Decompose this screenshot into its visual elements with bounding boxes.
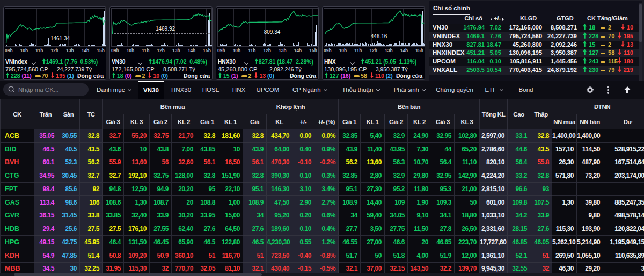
svg-text:446.16: 446.16 xyxy=(371,33,387,39)
svg-text:1469.92: 1469.92 xyxy=(156,26,175,32)
svg-text:1461.34: 1461.34 xyxy=(50,35,70,41)
svg-text:809.34: 809.34 xyxy=(264,29,281,35)
